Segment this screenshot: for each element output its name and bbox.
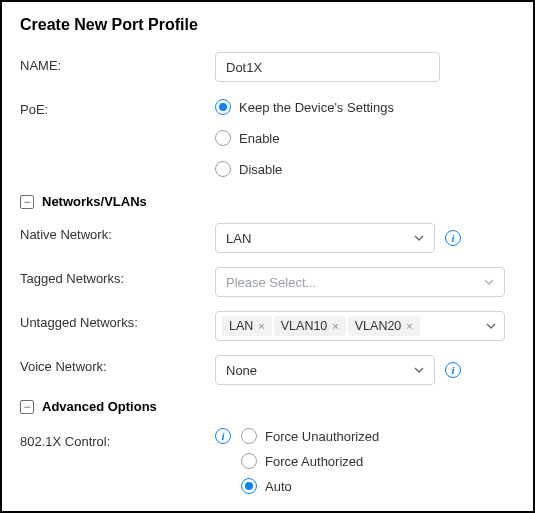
label-poe: PoE:	[20, 96, 215, 117]
untagged-networks-select[interactable]: LAN × VLAN10 × VLAN20 ×	[215, 311, 505, 341]
radio-icon	[241, 453, 257, 469]
minus-icon: −	[23, 196, 30, 208]
tag-chip[interactable]: VLAN20 ×	[348, 316, 420, 336]
tagged-networks-select[interactable]: Please Select...	[215, 267, 505, 297]
row-tagged-networks: Tagged Networks: Please Select...	[20, 267, 515, 297]
dot1x-option-label: Auto	[265, 479, 292, 494]
row-poe: PoE: Keep the Device's Settings Enable D…	[20, 96, 515, 180]
row-untagged-networks: Untagged Networks: LAN × VLAN10 × VLAN20…	[20, 311, 515, 341]
name-input[interactable]	[215, 52, 440, 82]
tag-label: VLAN10	[281, 319, 328, 333]
section-advanced-options: − Advanced Options	[20, 399, 515, 414]
chevron-down-icon	[414, 233, 424, 243]
section-networks-vlans: − Networks/VLANs	[20, 194, 515, 209]
poe-option-label: Disable	[239, 162, 282, 177]
poe-option-keep[interactable]: Keep the Device's Settings	[215, 96, 515, 118]
chevron-down-icon	[484, 277, 494, 287]
create-port-profile-panel: Create New Port Profile NAME: PoE: Keep …	[0, 0, 535, 513]
info-icon[interactable]: i	[445, 230, 461, 246]
select-placeholder: Please Select...	[226, 275, 316, 290]
row-voice-network: Voice Network: None i	[20, 355, 515, 385]
tag-label: LAN	[229, 319, 253, 333]
tag-chip[interactable]: VLAN10 ×	[274, 316, 346, 336]
section-label: Networks/VLANs	[42, 194, 147, 209]
minus-icon: −	[23, 401, 30, 413]
row-8021x-control: 802.1X Control: i Force Unauthorized For…	[20, 428, 515, 494]
info-icon[interactable]: i	[215, 428, 231, 444]
tag-chip[interactable]: LAN ×	[222, 316, 272, 336]
dot1x-option-force-unauthorized[interactable]: i Force Unauthorized	[215, 428, 515, 444]
row-name: NAME:	[20, 52, 515, 82]
label-voice-network: Voice Network:	[20, 355, 215, 374]
remove-tag-icon[interactable]: ×	[406, 321, 412, 332]
label-8021x: 802.1X Control:	[20, 428, 215, 449]
radio-icon	[241, 428, 257, 444]
chevron-down-icon	[414, 365, 424, 375]
radio-icon	[215, 130, 231, 146]
dot1x-option-label: Force Authorized	[265, 454, 363, 469]
info-icon[interactable]: i	[445, 362, 461, 378]
label-name: NAME:	[20, 52, 215, 73]
collapse-toggle[interactable]: −	[20, 195, 34, 209]
select-value: None	[226, 363, 257, 378]
select-value: LAN	[226, 231, 251, 246]
dot1x-option-force-authorized[interactable]: Force Authorized	[215, 453, 515, 469]
label-native-network: Native Network:	[20, 223, 215, 242]
tag-label: VLAN20	[355, 319, 402, 333]
label-tagged-networks: Tagged Networks:	[20, 267, 215, 286]
poe-option-label: Enable	[239, 131, 279, 146]
chevron-down-icon	[486, 321, 496, 331]
poe-option-disable[interactable]: Disable	[215, 158, 515, 180]
dot1x-option-label: Force Unauthorized	[265, 429, 379, 444]
radio-checked-icon	[241, 478, 257, 494]
radio-icon	[215, 161, 231, 177]
voice-network-select[interactable]: None	[215, 355, 435, 385]
poe-option-enable[interactable]: Enable	[215, 127, 515, 149]
radio-checked-icon	[215, 99, 231, 115]
remove-tag-icon[interactable]: ×	[332, 321, 338, 332]
collapse-toggle[interactable]: −	[20, 400, 34, 414]
label-untagged-networks: Untagged Networks:	[20, 311, 215, 330]
row-native-network: Native Network: LAN i	[20, 223, 515, 253]
dot1x-option-auto[interactable]: Auto	[215, 478, 515, 494]
poe-option-label: Keep the Device's Settings	[239, 100, 394, 115]
page-title: Create New Port Profile	[20, 16, 515, 34]
section-label: Advanced Options	[42, 399, 157, 414]
remove-tag-icon[interactable]: ×	[258, 321, 264, 332]
native-network-select[interactable]: LAN	[215, 223, 435, 253]
